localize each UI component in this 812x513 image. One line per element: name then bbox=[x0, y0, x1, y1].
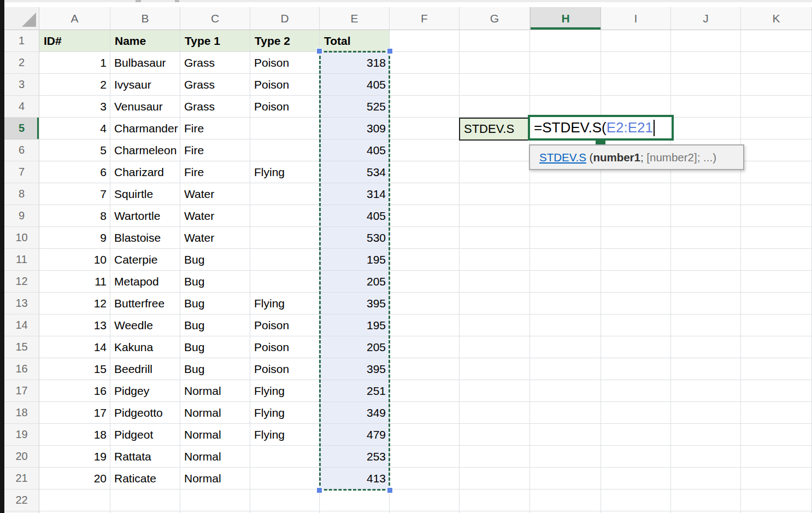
row-header-11[interactable]: 11 bbox=[4, 249, 39, 271]
cell-J20[interactable] bbox=[671, 446, 741, 468]
column-header-G[interactable]: G bbox=[460, 7, 530, 30]
cell-D21[interactable] bbox=[250, 468, 320, 489]
cell-C6[interactable]: Fire bbox=[180, 139, 250, 161]
cell-A7[interactable]: 6 bbox=[39, 161, 110, 183]
cell-F4[interactable] bbox=[390, 96, 460, 118]
cell-D16[interactable]: Poison bbox=[250, 358, 320, 380]
cell-D13[interactable]: Flying bbox=[250, 293, 320, 314]
cell-D10[interactable] bbox=[250, 227, 320, 249]
cell-C14[interactable]: Bug bbox=[180, 314, 250, 336]
cell-K14[interactable] bbox=[741, 314, 812, 336]
cell-I11[interactable] bbox=[601, 249, 671, 271]
cell-H14[interactable] bbox=[530, 314, 601, 336]
cell-A22[interactable] bbox=[39, 489, 110, 511]
cell-I8[interactable] bbox=[601, 183, 671, 205]
cell-A20[interactable]: 19 bbox=[39, 446, 110, 468]
cell-K18[interactable] bbox=[741, 402, 812, 424]
cell-D2[interactable]: Poison bbox=[250, 52, 320, 74]
cell-K19[interactable] bbox=[741, 424, 812, 446]
cell-G2[interactable] bbox=[460, 52, 530, 74]
cell-J4[interactable] bbox=[671, 96, 741, 118]
cell-K8[interactable] bbox=[741, 183, 812, 205]
cell-H12[interactable] bbox=[530, 271, 601, 293]
cell-I22[interactable] bbox=[601, 489, 671, 511]
cell-G12[interactable] bbox=[460, 271, 530, 293]
cell-C4[interactable]: Grass bbox=[180, 96, 250, 118]
cell-I18[interactable] bbox=[601, 402, 671, 424]
cell-A11[interactable]: 10 bbox=[39, 249, 110, 271]
cell-E21[interactable]: 413 bbox=[320, 468, 390, 489]
cell-H1[interactable] bbox=[530, 30, 601, 52]
cell-D1[interactable]: Type 2 bbox=[250, 30, 320, 52]
cell-A17[interactable]: 16 bbox=[39, 380, 110, 402]
cell-J11[interactable] bbox=[671, 249, 741, 271]
cell-G9[interactable] bbox=[460, 205, 530, 227]
row-header-3[interactable]: 3 bbox=[4, 74, 39, 96]
cell-A3[interactable]: 2 bbox=[39, 74, 110, 96]
cell-C12[interactable]: Bug bbox=[180, 271, 250, 293]
row-header-13[interactable]: 13 bbox=[4, 293, 39, 314]
cell-C10[interactable]: Water bbox=[180, 227, 250, 249]
row-header-14[interactable]: 14 bbox=[4, 314, 39, 336]
cell-C13[interactable]: Bug bbox=[180, 293, 250, 314]
column-header-I[interactable]: I bbox=[601, 7, 671, 30]
cell-H16[interactable] bbox=[530, 358, 601, 380]
cell-H20[interactable] bbox=[530, 446, 601, 468]
cell-J19[interactable] bbox=[671, 424, 741, 446]
stdev-s-help-link[interactable]: STDEV.S bbox=[539, 151, 586, 164]
cell-F10[interactable] bbox=[390, 227, 460, 249]
row-header-1[interactable]: 1 bbox=[4, 30, 39, 52]
column-header-F[interactable]: F bbox=[390, 7, 460, 30]
row-header-22[interactable]: 22 bbox=[4, 489, 39, 511]
cell-F12[interactable] bbox=[390, 271, 460, 293]
cell-F8[interactable] bbox=[390, 183, 460, 205]
cell-C18[interactable]: Normal bbox=[180, 402, 250, 424]
cell-J3[interactable] bbox=[671, 74, 741, 96]
cell-K20[interactable] bbox=[741, 446, 812, 468]
cell-K4[interactable] bbox=[741, 96, 812, 118]
cell-K6[interactable] bbox=[741, 139, 812, 161]
cell-K3[interactable] bbox=[741, 74, 812, 96]
cell-I16[interactable] bbox=[601, 358, 671, 380]
cell-A8[interactable]: 7 bbox=[39, 183, 110, 205]
cell-D6[interactable] bbox=[250, 139, 320, 161]
cell-A1[interactable]: ID# bbox=[39, 30, 110, 52]
cell-E9[interactable]: 405 bbox=[320, 205, 390, 227]
cell-G16[interactable] bbox=[460, 358, 530, 380]
row-header-5[interactable]: 5 bbox=[4, 118, 39, 139]
cell-H4[interactable] bbox=[530, 96, 601, 118]
row-header-18[interactable]: 18 bbox=[4, 402, 39, 424]
column-header-E[interactable]: E bbox=[320, 7, 390, 30]
select-all-button[interactable] bbox=[4, 7, 39, 30]
row-header-7[interactable]: 7 bbox=[4, 161, 39, 183]
cell-F6[interactable] bbox=[390, 139, 460, 161]
cell-D3[interactable]: Poison bbox=[250, 74, 320, 96]
cell-I14[interactable] bbox=[601, 314, 671, 336]
cell-C21[interactable]: Normal bbox=[180, 468, 250, 489]
cell-D17[interactable]: Flying bbox=[250, 380, 320, 402]
cell-A2[interactable]: 1 bbox=[39, 52, 110, 74]
cell-G15[interactable] bbox=[460, 336, 530, 358]
cell-G17[interactable] bbox=[460, 380, 530, 402]
row-header-15[interactable]: 15 bbox=[4, 336, 39, 358]
cell-K16[interactable] bbox=[741, 358, 812, 380]
row-header-17[interactable]: 17 bbox=[4, 380, 39, 402]
cell-I20[interactable] bbox=[601, 446, 671, 468]
cell-B7[interactable]: Charizard bbox=[110, 161, 180, 183]
cell-B21[interactable]: Raticate bbox=[110, 468, 180, 489]
cell-A16[interactable]: 15 bbox=[39, 358, 110, 380]
cell-H19[interactable] bbox=[530, 424, 601, 446]
cell-C16[interactable]: Bug bbox=[180, 358, 250, 380]
cell-J18[interactable] bbox=[671, 402, 741, 424]
cell-B12[interactable]: Metapod bbox=[110, 271, 180, 293]
cell-G11[interactable] bbox=[460, 249, 530, 271]
cell-F15[interactable] bbox=[390, 336, 460, 358]
cell-H3[interactable] bbox=[530, 74, 601, 96]
cell-K13[interactable] bbox=[741, 293, 812, 314]
cell-F16[interactable] bbox=[390, 358, 460, 380]
cell-I13[interactable] bbox=[601, 293, 671, 314]
cell-B4[interactable]: Venusaur bbox=[110, 96, 180, 118]
cell-D7[interactable]: Flying bbox=[250, 161, 320, 183]
cell-C1[interactable]: Type 1 bbox=[180, 30, 250, 52]
cell-C5[interactable]: Fire bbox=[180, 118, 250, 139]
